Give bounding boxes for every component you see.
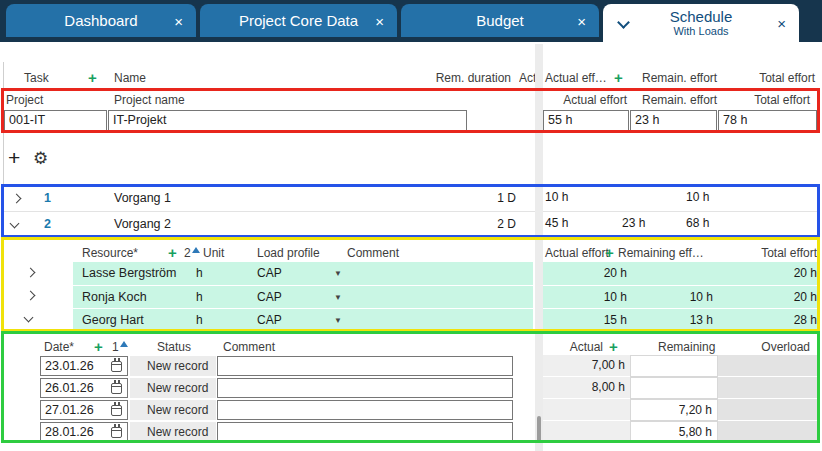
add-column-icon[interactable]: + (614, 70, 623, 85)
resource-actual: 20 h (545, 266, 627, 280)
comment-field[interactable] (217, 400, 513, 420)
task-name[interactable]: Vorgang 2 (114, 217, 171, 231)
resource-actual: 10 h (545, 290, 627, 304)
project-name-field[interactable]: IT-Projekt (108, 110, 467, 131)
close-icon[interactable]: × (375, 13, 384, 28)
chevron-right-icon[interactable] (26, 291, 36, 301)
tab-dashboard[interactable]: Dashboard × (6, 4, 196, 37)
close-icon[interactable]: × (777, 16, 786, 31)
column-header-name[interactable]: Name (114, 71, 146, 85)
comment-field[interactable] (217, 422, 513, 442)
overload-cell (718, 421, 817, 443)
sort-indicator[interactable]: 2 (184, 246, 191, 260)
project-id-field[interactable]: 001-IT (4, 110, 107, 131)
resource-name[interactable]: Georg Hart (82, 313, 144, 327)
tab-budget[interactable]: Budget × (401, 4, 599, 37)
tab-project-core-data[interactable]: Project Core Data × (200, 4, 397, 37)
project-col-project: Project (6, 93, 43, 107)
actual-cell[interactable] (543, 399, 630, 421)
add-task-button[interactable]: + (8, 147, 20, 168)
remaining-cell[interactable]: 5,80 h (630, 421, 718, 443)
overload-cell (718, 377, 817, 399)
resource-name[interactable]: Ronja Koch (82, 290, 147, 304)
column-header-actual-eff[interactable]: Actual eff… (545, 71, 607, 85)
resource-col-resource[interactable]: Resource* (82, 246, 138, 260)
project-total-effort-field[interactable]: 78 h (718, 110, 817, 131)
add-column-icon[interactable]: + (88, 70, 97, 85)
task-name[interactable]: Vorgang 1 (114, 191, 171, 205)
dropdown-arrow-icon[interactable]: ▼ (334, 316, 342, 325)
dropdown-arrow-icon[interactable]: ▼ (334, 293, 342, 302)
tab-title: Schedule (670, 8, 733, 25)
project-col-actual: Actual effort (545, 93, 627, 107)
pane-splitter[interactable] (535, 44, 543, 451)
resource-load-profile[interactable]: CAP (257, 290, 282, 304)
add-booking-icon[interactable]: + (94, 339, 103, 354)
status-cell[interactable]: New record (130, 422, 216, 442)
remaining-cell[interactable] (630, 377, 718, 399)
booking-col-date[interactable]: Date* (44, 340, 74, 354)
resource-load-profile[interactable]: CAP (257, 313, 282, 327)
remaining-cell[interactable] (630, 355, 718, 377)
project-remain-effort-field[interactable]: 23 h (630, 110, 717, 131)
chevron-right-icon[interactable] (12, 194, 22, 204)
task-rem-duration: 2 D (460, 217, 516, 231)
task-actual-effort: 45 h (545, 216, 568, 230)
resource-col-load-profile[interactable]: Load profile (257, 246, 320, 260)
chevron-down-icon[interactable] (10, 219, 20, 229)
resource-actual: 15 h (545, 313, 627, 327)
add-effort-icon[interactable]: + (605, 245, 614, 260)
resource-load-profile[interactable]: CAP (257, 266, 282, 280)
actual-cell[interactable] (543, 421, 630, 443)
scrollbar-thumb[interactable] (537, 416, 541, 442)
task-number[interactable]: 2 (44, 217, 51, 231)
add-resource-icon[interactable]: + (168, 245, 177, 260)
booking-col-overload[interactable]: Overload (730, 340, 810, 354)
booking-col-remaining[interactable]: Remaining (658, 340, 715, 354)
close-icon[interactable]: × (577, 13, 586, 28)
project-actual-effort-field[interactable]: 55 h (543, 110, 629, 131)
dropdown-arrow-icon[interactable]: ▼ (334, 269, 342, 278)
sort-up-icon[interactable] (192, 247, 200, 253)
project-col-project-name: Project name (114, 93, 185, 107)
comment-field[interactable] (217, 356, 513, 376)
chevron-right-icon[interactable] (26, 268, 36, 278)
calendar-icon[interactable] (111, 405, 122, 416)
status-cell[interactable]: New record (130, 378, 216, 398)
booking-col-actual[interactable]: Actual (545, 340, 603, 354)
task-rem-duration: 1 D (460, 191, 516, 205)
column-header-task[interactable]: Task (24, 71, 49, 85)
resource-total: 20 h (742, 266, 817, 280)
calendar-icon[interactable] (111, 383, 122, 394)
resource-remaining: 13 h (640, 313, 713, 327)
resource-col-actual[interactable]: Actual effort (545, 246, 609, 260)
actual-cell[interactable]: 7,00 h (543, 355, 630, 377)
booking-col-status[interactable]: Status (157, 340, 191, 354)
column-header-rem-duration[interactable]: Rem. duration (410, 71, 511, 85)
status-cell[interactable]: New record (130, 356, 216, 376)
resource-col-remaining[interactable]: Remaining eff… (618, 246, 704, 260)
resource-col-total[interactable]: Total effort (735, 246, 817, 260)
resource-name[interactable]: Lasse Bergström (82, 266, 176, 280)
sort-up-icon[interactable] (120, 341, 128, 347)
column-header-remain-effort[interactable]: Remain. effort (642, 71, 717, 85)
remaining-cell[interactable]: 7,20 h (630, 399, 718, 421)
chevron-down-icon[interactable] (617, 16, 630, 29)
chevron-down-icon[interactable] (24, 313, 34, 323)
comment-field[interactable] (217, 378, 513, 398)
column-header-total-effort[interactable]: Total effort (730, 71, 815, 85)
calendar-icon[interactable] (111, 361, 122, 372)
calendar-icon[interactable] (111, 427, 122, 438)
close-icon[interactable]: × (174, 13, 183, 28)
task-number[interactable]: 1 (44, 191, 51, 205)
sort-indicator[interactable]: 1 (112, 340, 119, 354)
add-actual-icon[interactable]: + (609, 339, 618, 354)
actual-cell[interactable]: 8,00 h (543, 377, 630, 399)
gear-icon[interactable]: ⚙ (33, 150, 48, 167)
task-actual-effort: 10 h (545, 190, 568, 204)
booking-col-comment[interactable]: Comment (223, 340, 275, 354)
resource-col-unit[interactable]: Unit (203, 246, 224, 260)
resource-col-comment[interactable]: Comment (347, 246, 399, 260)
tab-schedule[interactable]: Schedule With Loads × (603, 4, 799, 42)
status-cell[interactable]: New record (130, 400, 216, 420)
